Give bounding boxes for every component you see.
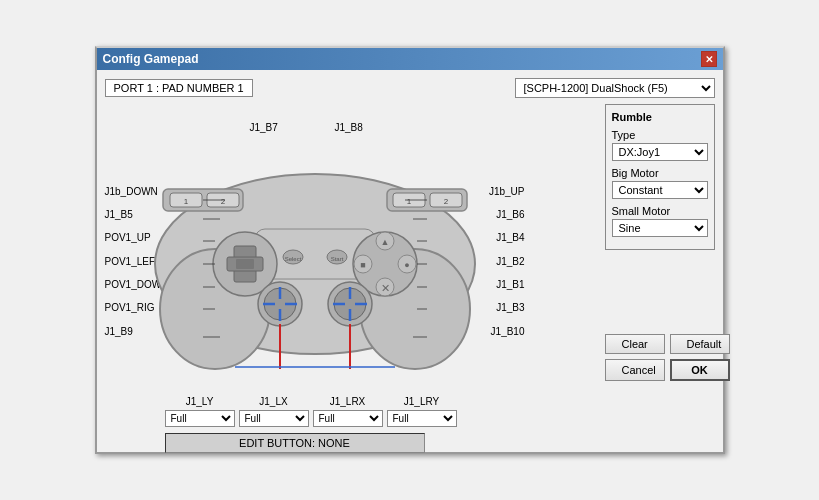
- btn-label-j1-b9: J1_B9: [105, 326, 133, 337]
- gamepad-svg: 1 2 1 2: [135, 109, 495, 379]
- device-select-wrapper: [SCPH-1200] DualShock (F5): [515, 78, 715, 98]
- device-select[interactable]: [SCPH-1200] DualShock (F5): [515, 78, 715, 98]
- axis-label-j1lrx: J1_LRX: [313, 396, 383, 407]
- cancel-button[interactable]: Cancel: [605, 359, 665, 381]
- svg-text:Start: Start: [330, 256, 343, 262]
- title-bar: Config Gamepad ✕: [97, 48, 723, 70]
- btn-label-j1-b5: J1_B5: [105, 209, 133, 220]
- axis-label-j1lry: J1_LRY: [387, 396, 457, 407]
- edit-button-bar: EDIT BUTTON: NONE: [165, 433, 425, 453]
- gamepad-area: J1b_DOWN J1_B5 POV1_UP POV1_LEF POV1_DOW…: [105, 104, 597, 444]
- port-label: PORT 1 : PAD NUMBER 1: [105, 79, 253, 97]
- action-buttons-area: Clear Default Cancel OK: [605, 334, 715, 381]
- axis-label-j1lx: J1_LX: [239, 396, 309, 407]
- btn-label-j1-b6: J1_B6: [496, 209, 524, 220]
- small-motor-select[interactable]: Sine: [612, 219, 708, 237]
- svg-text:●: ●: [404, 260, 409, 270]
- close-button[interactable]: ✕: [701, 51, 717, 67]
- config-gamepad-window: Config Gamepad ✕ PORT 1 : PAD NUMBER 1 […: [95, 46, 725, 454]
- svg-text:✕: ✕: [380, 282, 389, 294]
- svg-text:2: 2: [443, 197, 448, 206]
- axis-dropdown-j1lry[interactable]: Full: [387, 410, 457, 427]
- axis-label-j1ly: J1_LY: [165, 396, 235, 407]
- axis-dropdowns-row: Full Full Full Full: [105, 410, 597, 427]
- main-content: PORT 1 : PAD NUMBER 1 [SCPH-1200] DualSh…: [97, 70, 723, 452]
- axis-dropdown-j1lrx[interactable]: Full: [313, 410, 383, 427]
- btn-label-j1-b3: J1_B3: [496, 302, 524, 313]
- btn-label-j1-b1: J1_B1: [496, 279, 524, 290]
- axis-dropdown-j1lx[interactable]: Full: [239, 410, 309, 427]
- default-button[interactable]: Default: [670, 334, 730, 354]
- svg-text:Select: Select: [284, 256, 301, 262]
- rumble-box: Rumble Type DX:Joy1 Big Motor Constant S…: [605, 104, 715, 250]
- big-motor-select[interactable]: Constant: [612, 181, 708, 199]
- svg-text:■: ■: [360, 260, 365, 270]
- btn-label-j1-b4: J1_B4: [496, 232, 524, 243]
- row2-buttons: Cancel OK: [605, 359, 715, 381]
- axis-dropdown-j1ly[interactable]: Full: [165, 410, 235, 427]
- svg-text:1: 1: [406, 197, 411, 206]
- svg-text:▲: ▲: [380, 237, 389, 247]
- main-area: J1b_DOWN J1_B5 POV1_UP POV1_LEF POV1_DOW…: [105, 104, 715, 444]
- rumble-title: Rumble: [612, 111, 708, 123]
- ok-button[interactable]: OK: [670, 359, 730, 381]
- top-bar: PORT 1 : PAD NUMBER 1 [SCPH-1200] DualSh…: [105, 78, 715, 98]
- right-panel: Rumble Type DX:Joy1 Big Motor Constant S…: [605, 104, 715, 444]
- axis-labels-row: J1_LY J1_LX J1_LRX J1_LRY: [105, 396, 597, 407]
- row1-buttons: Clear Default: [605, 334, 715, 354]
- big-motor-label: Big Motor: [612, 167, 708, 179]
- rumble-type-select[interactable]: DX:Joy1: [612, 143, 708, 161]
- type-label: Type: [612, 129, 708, 141]
- svg-text:1: 1: [183, 197, 188, 206]
- btn-label-j1-b10: J1_B10: [491, 326, 525, 337]
- btn-label-j1-b2: J1_B2: [496, 256, 524, 267]
- window-title: Config Gamepad: [103, 52, 199, 66]
- clear-button[interactable]: Clear: [605, 334, 665, 354]
- svg-rect-17: [236, 259, 254, 269]
- small-motor-label: Small Motor: [612, 205, 708, 217]
- svg-text:2: 2: [220, 197, 225, 206]
